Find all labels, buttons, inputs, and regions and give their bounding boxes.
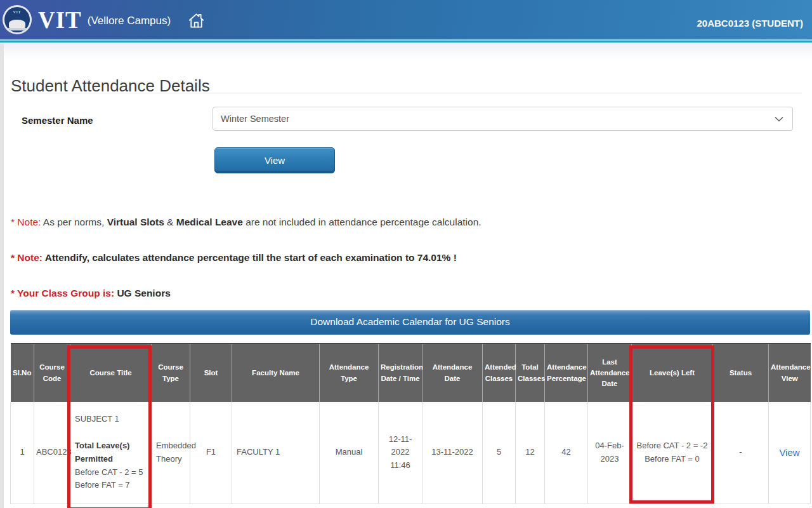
cell-leaves-left: Before CAT - 2 = -2 Before FAT = 0 (632, 402, 713, 504)
course-title-before-cat: Before CAT - 2 = 5 (75, 466, 149, 479)
vit-logo-seal: VIT (4, 7, 30, 32)
col-header-registration-datetime: Registration Date / Time (379, 344, 422, 402)
vit-logo-text: VIT (4, 10, 30, 14)
note1-prefix: * Note: (11, 217, 41, 227)
brand-title: VIT (38, 8, 82, 32)
note1-seg2: & (164, 217, 176, 227)
home-icon[interactable] (187, 11, 206, 30)
col-header-attendance-percentage: Attendance Percentage (545, 344, 588, 402)
cell-last-attendance-date: 04-Feb-2023 (588, 402, 632, 504)
col-header-course-code: Course Code (34, 344, 70, 402)
cell-total-classes: 12 (516, 402, 545, 504)
note1-seg3: are not included in attendance percentag… (243, 217, 481, 227)
col-header-attendance-type: Attendance Type (320, 344, 379, 402)
content-top-fade (0, 44, 812, 59)
table-header: Sl.No Course Code Course Title Course Ty… (11, 344, 811, 402)
download-academic-calendar-button[interactable]: Download Academic Calendar for UG Senior… (10, 310, 810, 335)
vit-logo-base (7, 28, 27, 30)
cell-attendance-type: Manual (320, 402, 379, 504)
note3-text: UG Seniors (114, 288, 171, 298)
course-title-before-fat: Before FAT = 7 (75, 479, 149, 492)
col-header-last-attendance-date: Last Attendance Date (588, 344, 632, 402)
campus-label: (Vellore Campus) (88, 15, 171, 27)
view-button[interactable]: View (214, 147, 335, 173)
col-header-course-title: Course Title (70, 344, 152, 402)
col-header-status: Status (713, 344, 769, 402)
course-title-gap (75, 426, 149, 439)
top-header-bar: VIT VIT (Vellore Campus) 20ABC0123 (STUD… (0, 0, 812, 39)
note-virtual-slots: * Note: As per norms, Virtual Slots & Me… (11, 217, 481, 228)
user-id-label: 20ABC0123 (STUDENT) (697, 18, 803, 29)
course-title-leaves-heading: Total Leave(s) Permitted (75, 439, 149, 466)
cell-faculty-name: FACULTY 1 (232, 402, 320, 504)
vit-logo: VIT (3, 5, 32, 34)
col-header-attendance-date: Attendance Date (422, 344, 483, 402)
cell-slot: F1 (190, 402, 232, 504)
note-attendify: * Note: Attendify, calculates attendance… (11, 252, 457, 264)
semester-select-value: Winter Semester (221, 114, 775, 124)
table-header-row: Sl.No Course Code Course Title Course Ty… (11, 344, 811, 402)
cell-course-type: Embedded Theory (152, 402, 190, 504)
note1-bold2: Medical Leave (176, 217, 243, 227)
course-title-subject: SUBJECT 1 (75, 413, 149, 426)
left-gutter-strip (0, 44, 4, 508)
cell-status: - (713, 402, 769, 504)
chevron-down-icon (775, 113, 783, 124)
cell-attended-classes: 5 (483, 402, 516, 504)
table-row: 1 ABC0123 SUBJECT 1 Total Leave(s) Permi… (11, 402, 811, 504)
col-header-leaves-left: Leave(s) Left (632, 344, 713, 402)
leaves-left-line2: Before FAT = 0 (634, 453, 710, 466)
cell-course-title: SUBJECT 1 Total Leave(s) Permitted Befor… (70, 402, 152, 504)
note1-seg1: As per norms, (41, 217, 107, 227)
title-divider (10, 93, 802, 93)
table-body: 1 ABC0123 SUBJECT 1 Total Leave(s) Permi… (11, 402, 811, 504)
semester-name-label: Semester Name (22, 115, 93, 126)
col-header-total-classes: Total Classes (516, 344, 545, 402)
cell-attendance-view: View (769, 402, 811, 504)
attendance-table: Sl.No Course Code Course Title Course Ty… (10, 343, 811, 504)
note-class-group: * Your Class Group is: UG Seniors (11, 288, 171, 299)
note3-prefix: * Your Class Group is: (11, 288, 114, 298)
vit-logo-emblem (9, 20, 25, 29)
col-header-slno: Sl.No (11, 344, 34, 402)
col-header-faculty-name: Faculty Name (232, 344, 320, 402)
cell-attendance-date: 13-11-2022 (422, 402, 483, 504)
leaves-left-line1: Before CAT - 2 = -2 (634, 439, 710, 453)
cell-course-code: ABC0123 (34, 402, 70, 504)
view-attendance-link[interactable]: View (779, 447, 799, 458)
note1-bold1: Virtual Slots (107, 217, 164, 227)
col-header-course-type: Course Type (152, 344, 190, 402)
cell-registration-datetime: 12-11-2022 11:46 (379, 402, 422, 504)
cell-slno: 1 (11, 402, 34, 504)
note2-prefix: * Note: (11, 252, 43, 263)
semester-select[interactable]: Winter Semester (213, 107, 793, 131)
col-header-attended-classes: Attended Classes (483, 344, 516, 402)
col-header-slot: Slot (190, 344, 232, 402)
col-header-attendance-view: Attendance View (769, 344, 811, 402)
note2-text: Attendify, calculates attendance percent… (43, 252, 457, 263)
cell-attendance-percentage: 42 (545, 402, 588, 504)
